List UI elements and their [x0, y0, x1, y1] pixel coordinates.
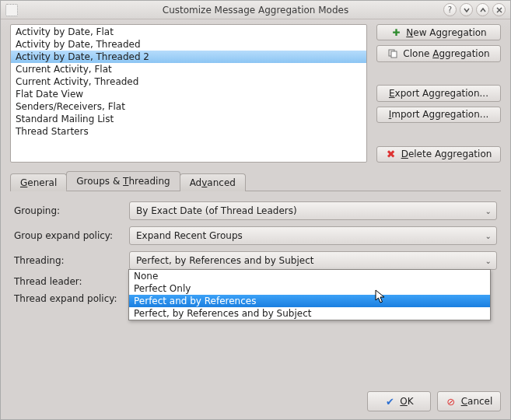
chevron-down-icon: ⌄ [485, 232, 492, 240]
aggregation-list[interactable]: Activity by Date, FlatActivity by Date, … [10, 24, 367, 163]
maximize-button[interactable] [476, 3, 489, 16]
tab-groups-threading[interactable]: Groups & Threading [66, 171, 180, 191]
app-icon [5, 4, 18, 16]
grouping-combo[interactable]: By Exact Date (of Thread Leaders) ⌄ [129, 201, 497, 220]
list-item[interactable]: Activity by Date, Flat [11, 26, 366, 38]
list-item[interactable]: Current Activity, Threaded [11, 75, 366, 88]
import-aggregation-button[interactable]: Import Aggregation... [376, 107, 501, 123]
thread-leader-label: Thread leader: [14, 276, 123, 287]
tab-advanced[interactable]: Advanced [180, 173, 246, 191]
tab-bar: General Groups & Threading Advanced [10, 172, 501, 191]
chevron-down-icon [464, 7, 470, 13]
new-aggregation-button[interactable]: ✚ New Aggregation [376, 24, 501, 40]
dialog-window: Customize Message Aggregation Modes ? Ac… [0, 0, 511, 420]
list-item[interactable]: Activity by Date, Threaded [11, 38, 366, 51]
dropdown-option[interactable]: Perfect, by References and by Subject [129, 307, 490, 320]
list-item[interactable]: Standard Mailing List [11, 113, 366, 125]
dialog-content: Activity by Date, FlatActivity by Date, … [10, 24, 501, 382]
close-icon [496, 7, 502, 13]
threading-label: Threading: [14, 255, 123, 266]
chevron-down-icon: ⌄ [485, 257, 492, 265]
grouping-label: Grouping: [14, 205, 123, 216]
dropdown-option[interactable]: Perfect Only [129, 282, 490, 295]
thread-expand-label: Thread expand policy: [14, 293, 123, 304]
dropdown-option[interactable]: Perfect and by References [129, 295, 490, 307]
threading-value: Perfect, by References and by Subject [136, 255, 313, 266]
help-button[interactable]: ? [443, 3, 457, 16]
dropdown-option[interactable]: None [129, 270, 490, 282]
copy-icon [387, 48, 398, 59]
ok-button[interactable]: ✔ OK [367, 391, 431, 411]
list-item[interactable]: Senders/Receivers, Flat [11, 100, 366, 113]
titlebar: Customize Message Aggregation Modes ? [1, 1, 510, 19]
dialog-buttons: ✔ OK ⊘ Cancel [367, 391, 501, 411]
threading-combo[interactable]: Perfect, by References and by Subject ⌄ [129, 251, 497, 270]
tab-general[interactable]: General [10, 173, 67, 191]
cancel-icon: ⊘ [446, 396, 457, 407]
grouping-value: By Exact Date (of Thread Leaders) [136, 205, 297, 216]
list-item[interactable]: Activity by Date, Threaded 2 [11, 51, 366, 63]
group-expand-label: Group expand policy: [14, 230, 123, 241]
minimize-button[interactable] [460, 3, 473, 16]
cancel-button[interactable]: ⊘ Cancel [437, 391, 501, 411]
delete-icon: ✖ [386, 149, 397, 159]
threading-dropdown[interactable]: NonePerfect OnlyPerfect and by Reference… [128, 269, 491, 320]
close-button[interactable] [492, 3, 506, 16]
delete-aggregation-button[interactable]: ✖ Delete Aggregation [376, 146, 501, 163]
chevron-down-icon: ⌄ [485, 207, 492, 215]
ok-icon: ✔ [384, 396, 395, 407]
svg-rect-1 [391, 51, 397, 58]
group-expand-combo[interactable]: Expand Recent Groups ⌄ [129, 226, 497, 245]
list-item[interactable]: Thread Starters [11, 125, 366, 138]
add-icon: ✚ [390, 27, 401, 38]
export-aggregation-button[interactable]: Export Aggregation... [376, 85, 501, 101]
group-expand-value: Expand Recent Groups [136, 230, 243, 241]
list-item[interactable]: Flat Date View [11, 88, 366, 100]
chevron-up-icon [480, 7, 486, 13]
list-item[interactable]: Current Activity, Flat [11, 63, 366, 75]
window-title: Customize Message Aggregation Modes [1, 5, 510, 16]
clone-aggregation-button[interactable]: Clone Aggregation [376, 45, 501, 61]
